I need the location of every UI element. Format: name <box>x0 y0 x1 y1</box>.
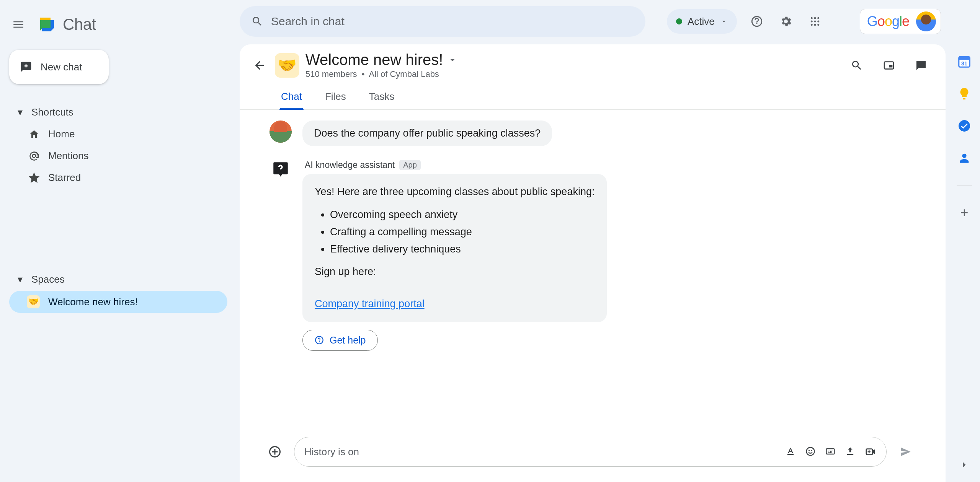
rail-calendar[interactable]: 31 <box>956 54 972 70</box>
bot-bullet: Overcoming speech anxiety <box>330 207 595 223</box>
upload-icon <box>845 446 856 457</box>
status-dot-icon <box>676 18 682 24</box>
pip-button[interactable] <box>880 56 898 75</box>
search-input[interactable] <box>271 15 634 28</box>
svg-point-8 <box>811 24 813 26</box>
emoji-icon <box>805 446 816 457</box>
rail-add-app[interactable] <box>956 205 972 221</box>
room-title-button[interactable]: Welcome new hires! <box>305 51 457 68</box>
bot-avatar <box>270 160 292 182</box>
chevron-down-icon <box>448 55 457 65</box>
chat-logo-icon <box>37 14 57 35</box>
chat-lines-icon <box>915 59 927 72</box>
gif-icon: GIF <box>825 446 836 457</box>
search-input-wrap[interactable] <box>240 6 645 37</box>
format-button[interactable] <box>785 446 796 458</box>
account-switcher[interactable]: Google <box>860 9 941 34</box>
bot-signup-label: Sign up here: <box>315 264 595 280</box>
message-user: Does the company offer public speaking c… <box>270 120 923 146</box>
svg-point-17 <box>811 450 812 451</box>
new-chat-label: New chat <box>41 61 82 73</box>
rail-keep[interactable] <box>956 86 972 102</box>
video-button[interactable] <box>865 446 876 458</box>
person-icon <box>958 151 971 164</box>
room-search-button[interactable] <box>848 56 866 75</box>
svg-point-24 <box>959 120 970 132</box>
video-plus-icon <box>865 446 876 458</box>
nav-header-shortcuts[interactable]: ▾ Shortcuts <box>9 102 227 123</box>
user-avatar <box>270 120 292 143</box>
compose-box[interactable]: GIF <box>294 437 887 467</box>
emoji-button[interactable] <box>805 446 816 458</box>
app-logo[interactable]: Chat <box>37 14 96 35</box>
nav-item-starred[interactable]: Starred <box>9 167 227 188</box>
new-chat-icon <box>20 61 32 73</box>
get-help-label: Get help <box>330 335 366 346</box>
svg-point-15 <box>807 448 815 456</box>
app-name: Chat <box>63 15 96 34</box>
avatar[interactable] <box>916 11 936 31</box>
svg-point-4 <box>817 17 819 19</box>
tab-files[interactable]: Files <box>323 87 348 109</box>
rail-collapse[interactable] <box>956 457 972 473</box>
help-circle-icon <box>314 335 324 345</box>
room-title: Welcome new hires! <box>305 51 443 68</box>
rail-tasks[interactable] <box>956 118 972 134</box>
back-button[interactable] <box>250 56 269 75</box>
help-button[interactable] <box>748 12 766 31</box>
message-bot: AI knowledge assistant App Yes! Here are… <box>270 160 923 351</box>
upload-button[interactable] <box>845 446 856 458</box>
apps-button[interactable] <box>806 12 824 31</box>
nav-header-spaces[interactable]: ▾ Spaces <box>9 269 227 290</box>
svg-point-6 <box>814 21 816 23</box>
bot-bullet: Effective delivery techniques <box>330 241 595 257</box>
keep-icon <box>957 87 971 101</box>
svg-text:GIF: GIF <box>828 450 833 454</box>
compose-input[interactable] <box>304 446 778 458</box>
svg-point-2 <box>811 17 813 19</box>
star-icon <box>28 172 40 184</box>
caret-down-icon: ▾ <box>15 106 25 118</box>
svg-text:31: 31 <box>961 60 967 67</box>
rail-contacts[interactable] <box>956 150 972 166</box>
company-training-link[interactable]: Company training portal <box>315 298 425 309</box>
main-menu-button[interactable] <box>9 15 28 34</box>
caret-down-icon: ▾ <box>15 274 25 285</box>
nav-item-home[interactable]: Home <box>9 124 227 145</box>
arrow-back-icon <box>253 59 266 72</box>
compose-add-button[interactable] <box>266 443 284 461</box>
chevron-down-icon <box>720 18 728 25</box>
get-help-button[interactable]: Get help <box>302 330 378 351</box>
bot-name: AI knowledge assistant <box>305 160 395 170</box>
nav-item-label: Mentions <box>48 150 89 162</box>
send-icon <box>899 445 912 458</box>
gif-button[interactable]: GIF <box>825 446 836 458</box>
svg-point-9 <box>814 24 816 26</box>
settings-button[interactable] <box>777 12 795 31</box>
apps-grid-icon <box>809 16 821 27</box>
tab-tasks[interactable]: Tasks <box>368 87 396 109</box>
chevron-right-icon <box>959 459 970 470</box>
thread-button[interactable] <box>912 56 930 75</box>
new-chat-button[interactable]: New chat <box>9 50 109 84</box>
status-selector[interactable]: Active <box>667 9 737 34</box>
send-button[interactable] <box>897 443 915 461</box>
app-badge: App <box>399 160 421 170</box>
gear-icon <box>779 15 792 28</box>
help-icon <box>750 15 763 28</box>
bot-intro: Yes! Here are three upcoming classes abo… <box>315 184 595 200</box>
svg-point-7 <box>817 21 819 23</box>
pip-icon <box>883 59 895 72</box>
menu-icon <box>12 18 25 31</box>
space-emoji-icon: 🤝 <box>27 295 40 308</box>
plus-circle-icon <box>268 445 282 459</box>
sidebar-space-welcome[interactable]: 🤝 Welcome new hires! <box>9 291 227 313</box>
nav-item-label: Starred <box>48 172 81 184</box>
format-icon <box>785 446 796 457</box>
user-message-text: Does the company offer public speaking c… <box>302 120 552 146</box>
tab-chat[interactable]: Chat <box>279 87 304 109</box>
nav-header-shortcuts-label: Shortcuts <box>31 106 74 118</box>
google-logo: Google <box>867 13 909 29</box>
nav-item-mentions[interactable]: Mentions <box>9 145 227 166</box>
help-box-icon <box>271 160 290 179</box>
